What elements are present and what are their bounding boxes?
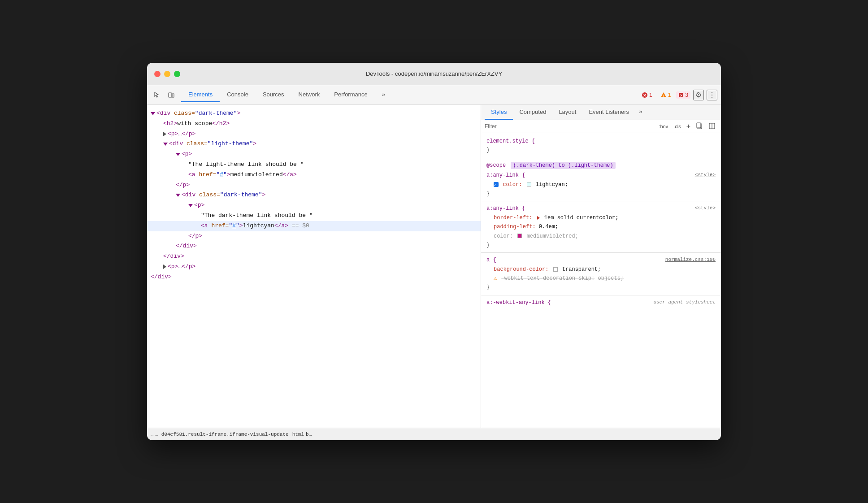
error-icon: ✕	[642, 92, 648, 98]
dom-line: "The dark-theme link should be "	[147, 211, 481, 221]
svg-text:✕: ✕	[680, 93, 683, 97]
dom-line: </div>	[147, 241, 481, 252]
toolbar-right: ✕ 1 ! 1 ✕ 3 ⚙ ⋮	[639, 90, 717, 100]
cursor-icon	[153, 91, 161, 99]
rule-selector[interactable]: element.style {	[486, 137, 716, 146]
svg-text:!: !	[663, 94, 664, 98]
svg-rect-0	[169, 93, 172, 97]
rule-divider	[481, 252, 721, 253]
style-rule-a: a { normalize.css:106 background-color: …	[481, 254, 721, 294]
expand-arrow[interactable]	[163, 132, 166, 136]
settings-button[interactable]: ⚙	[693, 90, 704, 100]
rule-selector[interactable]: a:any-link { <style>	[486, 204, 716, 213]
warning-icon: !	[660, 92, 667, 98]
tab-network[interactable]: Network	[291, 87, 327, 102]
rule-selector[interactable]: a { normalize.css:106	[486, 256, 716, 265]
color-swatch[interactable]	[527, 182, 531, 186]
dom-line: <p>	[147, 149, 481, 160]
tab-sources[interactable]: Sources	[256, 87, 291, 102]
rule-source[interactable]: <style>	[695, 171, 716, 179]
dom-line: </p>	[147, 180, 481, 191]
rule-source-normalize[interactable]: normalize.css:106	[665, 256, 716, 264]
device-icon	[168, 91, 175, 99]
panel-icon	[708, 122, 716, 130]
window-title: DevTools - codepen.io/miriamsuzanne/pen/…	[366, 70, 502, 77]
titlebar: DevTools - codepen.io/miriamsuzanne/pen/…	[147, 63, 721, 85]
dom-line: <div class="dark-theme">	[147, 190, 481, 200]
color-swatch[interactable]	[553, 267, 558, 272]
expand-arrow[interactable]	[176, 194, 180, 197]
dom-line: <p>…</p>	[147, 129, 481, 139]
dom-line: <p>	[147, 200, 481, 211]
styles-filter-row: :hov .cls +	[481, 120, 721, 133]
copy-style-button[interactable]	[694, 122, 705, 131]
rule-selector[interactable]: a:-webkit-any-link {	[486, 298, 551, 307]
breadcrumb-item[interactable]: … d04cf581.result-iframe.iframe-visual-u…	[156, 432, 289, 437]
pink-error-badge[interactable]: ✕ 3	[676, 91, 690, 99]
tab-console[interactable]: Console	[220, 87, 256, 102]
styles-tab-layout[interactable]: Layout	[552, 105, 582, 120]
dom-line: <p>…</p>	[147, 262, 481, 272]
copy-icon	[696, 122, 703, 130]
close-button[interactable]	[154, 71, 161, 77]
style-prop: padding-left: 0.4em;	[494, 222, 716, 231]
styles-tab-styles[interactable]: Styles	[485, 105, 513, 120]
style-prop: background-color: transparent;	[494, 265, 716, 274]
style-rule-anylink: a:any-link { <style> border-left: 1em so…	[481, 202, 721, 252]
toggle-panel-button[interactable]	[707, 122, 717, 131]
style-prop: border-left: 1em solid currentcolor;	[494, 213, 716, 222]
style-prop: color: lightcyan;	[494, 180, 716, 189]
maximize-button[interactable]	[174, 71, 180, 77]
hov-filter-button[interactable]: :hov	[657, 123, 670, 130]
dom-line-selected: <a href="#">lightcyan</a> == $0	[147, 221, 481, 231]
tab-performance[interactable]: Performance	[327, 87, 374, 102]
breadcrumb-html[interactable]: html	[292, 432, 304, 437]
prop-checkbox[interactable]	[494, 182, 499, 187]
svg-rect-8	[697, 123, 701, 128]
dom-line: "The light-theme link should be "	[147, 160, 481, 170]
styles-tab-computed[interactable]: Computed	[513, 105, 552, 120]
main-tabs: Elements Console Sources Network Perform…	[181, 87, 637, 102]
svg-text:✕: ✕	[643, 93, 647, 98]
minimize-button[interactable]	[164, 71, 170, 77]
rule-source[interactable]: <style>	[695, 204, 716, 212]
rule-header-row: a:-webkit-any-link { user agent styleshe…	[486, 298, 716, 307]
expand-arrow[interactable]	[163, 143, 168, 146]
expand-arrow[interactable]	[151, 112, 155, 115]
breadcrumb-ellipsis: …	[151, 432, 154, 437]
traffic-lights	[154, 71, 180, 77]
dom-line: <div class="dark-theme">	[147, 108, 481, 119]
rule-source-ua: user agent stylesheet	[653, 298, 716, 307]
styles-filter-input[interactable]	[485, 123, 653, 130]
add-style-button[interactable]: +	[685, 122, 692, 131]
border-triangle-icon	[537, 216, 540, 220]
error-badge[interactable]: ✕ 1	[639, 91, 655, 99]
expand-arrow[interactable]	[188, 204, 193, 207]
rule-divider	[481, 158, 721, 158]
main-area: <div class="dark-theme"> <h2>with scope<…	[147, 105, 721, 428]
styles-tabs: Styles Computed Layout Event Listeners »	[481, 105, 721, 120]
dom-line: <h2>with scope</h2>	[147, 119, 481, 129]
inspect-element-button[interactable]	[151, 89, 163, 101]
tab-more[interactable]: »	[375, 87, 392, 102]
breadcrumb-more[interactable]: b…	[306, 432, 312, 437]
styles-tab-more[interactable]: »	[635, 105, 646, 120]
style-rule-webkit: a:-webkit-any-link { user agent styleshe…	[481, 296, 721, 309]
cls-filter-button[interactable]: .cls	[672, 123, 683, 130]
tab-elements[interactable]: Elements	[181, 87, 220, 102]
filter-actions: :hov .cls +	[657, 122, 717, 131]
device-toggle-button[interactable]	[165, 89, 178, 101]
color-swatch[interactable]	[517, 234, 522, 238]
expand-arrow[interactable]	[176, 153, 180, 156]
dom-panel[interactable]: <div class="dark-theme"> <h2>with scope<…	[147, 105, 481, 428]
warning-badge[interactable]: ! 1	[658, 91, 674, 99]
rule-selector[interactable]: a:any-link { <style>	[486, 171, 716, 180]
more-options-button[interactable]: ⋮	[707, 90, 717, 100]
devtools-toolbar: Elements Console Sources Network Perform…	[147, 85, 721, 105]
styles-panel: Styles Computed Layout Event Listeners »…	[481, 105, 721, 428]
styles-tab-event-listeners[interactable]: Event Listeners	[582, 105, 635, 120]
expand-arrow[interactable]	[163, 265, 166, 269]
devtools-window: DevTools - codepen.io/miriamsuzanne/pen/…	[147, 63, 721, 440]
svg-rect-1	[172, 94, 174, 97]
dom-line: <div class="light-theme">	[147, 139, 481, 149]
